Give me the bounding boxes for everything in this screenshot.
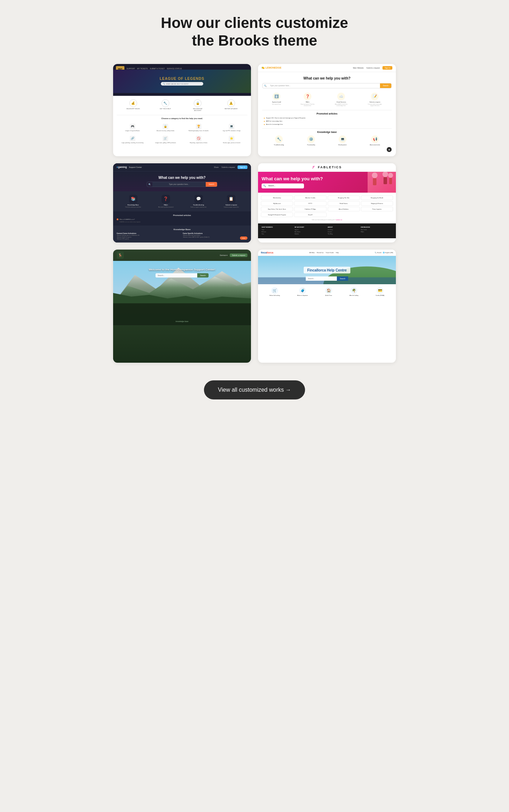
cat-press: Press Inquiries: [361, 207, 393, 211]
cat-pickup: Buy Online, Pick Up In Store: [261, 207, 293, 211]
cat-credits: 💳 Credits (FINKA): [376, 287, 385, 296]
card3-kb: Knowledge Base General Game Activations …: [113, 226, 251, 243]
report-label: REPORT A PLAYER: [224, 108, 237, 110]
card3-nav: Share Submit a request Sign In: [214, 165, 247, 169]
card-fincallorca: fincallorca All Villas Rental Car Travel…: [258, 250, 396, 363]
card4-header: 𝓕 FABLETICS: [258, 163, 396, 172]
card3-header: egaming Support Center Share Submit a re…: [113, 163, 251, 171]
kb-general-link2: • Activate Battle.net games: [117, 236, 181, 238]
footer-col-account: MY ACCOUNT Sign In My Orders Wishlist: [295, 226, 327, 235]
lang-selector: 🌐 English (GB): [383, 252, 393, 253]
card2-search-input[interactable]: Type your question here...: [268, 83, 380, 88]
bullet-icon: ●: [264, 117, 265, 119]
card5-search-btn[interactable]: Search: [197, 273, 209, 278]
card2-scroll-btn: ▲: [262, 147, 392, 152]
service-cloud: ☁️ Cloud Services About AWS, & GCS for L…: [334, 93, 348, 106]
before-departure-label: Before to departure: [297, 295, 308, 296]
recover-icon: 🔒: [194, 99, 201, 107]
card5-body: knowledge base: [113, 303, 251, 325]
egaming-service-request: 📋 Submit a request Customers support req…: [224, 195, 239, 208]
cat-report-icon: 🚫: [196, 136, 201, 141]
card3-logo: egaming Support Center: [117, 166, 142, 168]
footer-col-shop: SHOP WOMEN'S Tops Bottoms Sets: [262, 226, 293, 235]
tech-icon: 🔧: [162, 99, 169, 107]
card6-nav: All Villas Rental Car Travel Guide Help: [309, 252, 339, 253]
faq-label: FAQ's: [306, 101, 310, 103]
card1-hero: LEAGUE OF LEGENDS 🔍 WHAT CAN WE HELP YOU…: [113, 70, 251, 93]
card3-show-more-btn[interactable]: show: [240, 236, 247, 240]
at-finca-icon: 🏠: [325, 287, 332, 294]
cat-report-label: Reporting, suspensions, & bans: [190, 142, 207, 144]
at-finca-label: At the Finca: [325, 295, 332, 296]
kb-general-link3: • Activate EPIC games: [117, 238, 181, 240]
troubleshoot-label: Troubleshooting: [274, 144, 284, 146]
cta-label: View all customized works →: [218, 387, 291, 393]
svg-rect-5: [384, 177, 387, 184]
kb-troubleshoot: 🔧 Troubleshooting: [274, 135, 284, 146]
card4-search-input[interactable]: Search...: [268, 183, 304, 188]
before-departure-icon: 🧳: [299, 287, 306, 294]
card3-search-btn[interactable]: Search: [206, 182, 217, 187]
card2-signin-btn[interactable]: Sign In: [382, 66, 392, 70]
card6-search-btn[interactable]: Search: [337, 276, 348, 281]
card4-hero-search: 🔍 Search...: [262, 183, 304, 188]
svg-point-2: [372, 173, 378, 178]
cat-fitty: FITTY: [294, 201, 326, 206]
cat-shopping-month: Shopping the Month: [361, 195, 393, 200]
view-all-button[interactable]: View all customized works →: [204, 380, 305, 399]
card5-logo-area: 🦌: [117, 252, 124, 259]
cloud-icon: ☁️: [337, 93, 345, 100]
card5-header: 🦌 German ▾ Submit a request: [113, 250, 251, 261]
card5-search-input[interactable]: [156, 273, 197, 278]
functionality-icon: ⚙️: [307, 135, 315, 143]
card4-body: Membership Member Credits Shopping The S…: [258, 193, 396, 223]
cat-about: About Fabletics: [328, 207, 360, 211]
egaming-faq-sub: Most asked questions answered: [158, 206, 174, 208]
card5-hero-title: Welcome to the Hunt Companion Support Ce…: [127, 268, 237, 271]
footer-knowledge-size: Size Guide: [361, 229, 393, 230]
card3-promoted: Promoted articles Who is EGAMING.com? EG…: [113, 211, 251, 226]
egaming-trouble-icon: 💬: [194, 195, 203, 203]
cat-store-label: League store, gifting, & RP purchases: [155, 142, 176, 144]
before-booking-icon: 🛒: [271, 287, 278, 294]
cta-wrapper: View all customized works →: [113, 380, 396, 399]
cat-basics-label: League of Legends Basics: [125, 130, 140, 132]
card3-promo-item-1: Who is EGAMING.com?: [117, 218, 247, 220]
card2-divider2: [262, 128, 392, 129]
card1-main-icons: 💰 BILLING/RP ISSUES 🔧 GET TECH HELP 🔒 RE…: [117, 99, 247, 111]
egaming-service-trouble: 💬 Troubleshooting Hands-on support, matc…: [191, 195, 206, 208]
cat-at-finca: 🏠 At the Finca: [325, 287, 332, 296]
card1-search-bar: 🔍 WHAT CAN WE HELP YOU WITH?: [161, 82, 203, 86]
article-2: ● AWS for Lemonedge Intro: [264, 120, 390, 122]
card2-search: 🔍 Type your question here... Search: [262, 83, 392, 88]
egaming-request-label: Submit a request: [226, 204, 237, 206]
request-icon: 📝: [371, 93, 379, 100]
nav-guide: Travel Guide: [326, 252, 334, 253]
footer-account-title: MY ACCOUNT: [295, 226, 327, 228]
svg-rect-7: [389, 178, 392, 184]
search-icon: 🔍: [262, 183, 268, 188]
card3-signin-btn[interactable]: Sign In: [238, 165, 247, 169]
page-title: How our clients customize the Brooks the…: [113, 14, 396, 50]
card1-choose-text: Choose a category to find the help you n…: [117, 117, 247, 119]
promo-sub: EGAMING.com is an online review of games: [119, 221, 247, 223]
faq-sub: Have questions? Find the answers here: [300, 104, 315, 106]
bullet-icon-2: ●: [264, 120, 265, 122]
nav-villas: All Villas: [309, 252, 315, 253]
card-egaming: egaming Support Center Share Submit a re…: [113, 163, 251, 243]
card3-kb-title: Knowledge Base: [117, 228, 247, 230]
nav-submit: SUBMIT A TICKET: [150, 68, 165, 70]
cat-shopping-site: Shopping The Site: [328, 195, 360, 200]
development-label: Development: [338, 144, 347, 146]
card1-icon-recover: 🔒 RECOVER MY ACCOUNT: [191, 99, 205, 111]
cat-login-label: Login, patching, coaching, & connecting: [122, 142, 144, 144]
install-sub: Get started here: [272, 104, 281, 105]
kb-announcements: 📢 Announcements: [370, 135, 380, 146]
card3-search-input[interactable]: Type your question here...: [152, 182, 206, 187]
card2-search-btn[interactable]: Search: [380, 83, 391, 88]
card6-search-input[interactable]: [306, 276, 337, 281]
after-holiday-icon: 🌴: [350, 287, 357, 294]
before-booking-label: Before the booking: [269, 295, 280, 296]
fabletics-logo-icon: 𝓕: [312, 165, 315, 169]
egaming-trouble-sub: Hands-on support, match the time: [191, 206, 206, 208]
